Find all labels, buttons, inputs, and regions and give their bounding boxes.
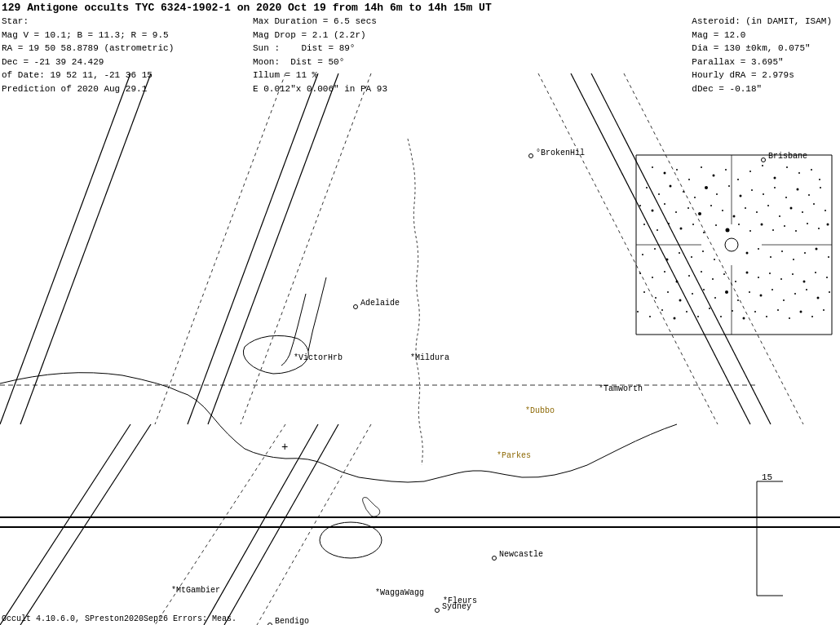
svg-point-60 — [639, 205, 641, 206]
svg-point-42 — [811, 169, 812, 171]
svg-point-147 — [829, 291, 830, 293]
svg-point-114 — [639, 273, 641, 274]
star-ra: RA = 19 50 58.8789 (astrometric) — [2, 42, 174, 55]
title-text: 129 Antigone occults TYC 6324-1902-1 on … — [2, 2, 492, 14]
svg-line-12 — [571, 73, 750, 424]
city-dot-adelaide — [353, 304, 358, 309]
svg-line-7 — [20, 424, 151, 625]
svg-point-71 — [767, 205, 769, 206]
svg-point-55 — [774, 187, 776, 188]
star-label: Star: — [2, 15, 174, 29]
svg-point-44 — [646, 187, 648, 188]
svg-point-49 — [705, 186, 708, 189]
svg-point-149 — [649, 316, 651, 317]
svg-point-108 — [770, 256, 771, 258]
svg-line-6 — [0, 424, 130, 625]
svg-point-121 — [723, 273, 725, 275]
svg-line-15 — [624, 73, 803, 424]
star-dec: Dec = -21 39 24.429 — [2, 55, 174, 69]
svg-point-61 — [652, 210, 654, 212]
city-label-brokenhill: °BrokenHil — [536, 148, 585, 157]
svg-point-150 — [661, 309, 663, 311]
svg-point-153 — [697, 316, 699, 317]
asteroid-header: Asteroid: (in DAMIT, ISAM) — [692, 15, 832, 29]
svg-point-100 — [654, 248, 656, 250]
city-label-sydney: Sydney — [442, 602, 471, 611]
svg-point-77 — [643, 224, 645, 225]
svg-point-67 — [722, 210, 723, 211]
svg-point-33 — [701, 166, 702, 168]
svg-point-52 — [740, 195, 742, 197]
svg-point-35 — [725, 169, 727, 171]
svg-point-144 — [794, 293, 796, 295]
svg-point-120 — [712, 278, 714, 280]
svg-point-103 — [691, 256, 692, 258]
svg-point-123 — [746, 272, 749, 274]
svg-point-109 — [781, 250, 783, 252]
svg-point-50 — [716, 193, 718, 195]
svg-point-164 — [823, 309, 825, 311]
svg-text:15: 15 — [762, 472, 772, 482]
svg-point-118 — [688, 275, 690, 277]
svg-point-140 — [749, 291, 750, 293]
svg-point-70 — [756, 211, 758, 213]
city-label-newcastle: Newcastle — [499, 550, 543, 559]
svg-point-137 — [714, 297, 716, 299]
svg-point-32 — [688, 179, 690, 180]
city-label-bendigo: Bendigo — [275, 617, 309, 625]
svg-point-156 — [732, 310, 733, 312]
svg-point-136 — [703, 289, 705, 290]
svg-point-117 — [676, 281, 679, 283]
svg-point-89 — [784, 225, 785, 227]
svg-point-31 — [676, 169, 678, 171]
svg-point-94 — [725, 238, 738, 251]
svg-point-85 — [738, 224, 740, 225]
svg-line-9 — [224, 424, 338, 625]
svg-point-57 — [797, 188, 799, 191]
svg-point-138 — [725, 290, 728, 294]
svg-point-63 — [675, 211, 677, 213]
svg-point-66 — [710, 205, 712, 206]
svg-point-53 — [751, 189, 753, 191]
svg-point-111 — [804, 252, 806, 254]
svg-point-112 — [816, 248, 818, 250]
map-svg: + 15 — [0, 73, 840, 625]
svg-point-39 — [774, 177, 776, 180]
svg-point-82 — [703, 232, 705, 233]
city-label-dubbo: *Dubbo — [525, 406, 555, 415]
svg-point-128 — [803, 281, 806, 283]
svg-point-87 — [761, 224, 763, 226]
svg-point-158 — [754, 311, 756, 312]
svg-point-54 — [763, 193, 764, 195]
svg-point-162 — [800, 311, 802, 313]
svg-point-91 — [807, 223, 808, 224]
svg-point-37 — [749, 171, 751, 172]
star-mag: Mag V = 10.1; B = 11.3; R = 9.5 — [2, 29, 174, 42]
city-dot-brokenhill — [528, 153, 533, 158]
svg-point-148 — [637, 311, 639, 312]
svg-point-127 — [792, 273, 794, 275]
svg-point-125 — [769, 273, 771, 274]
mag-drop: Mag Drop = 2.1 (2.2r) — [253, 29, 387, 42]
svg-point-106 — [746, 252, 749, 255]
svg-line-5 — [241, 73, 371, 424]
svg-point-160 — [777, 309, 779, 311]
svg-line-11 — [257, 424, 371, 625]
city-label-mtgambier: *MtGambier — [171, 586, 220, 595]
city-dot-sydney — [435, 608, 440, 613]
svg-point-30 — [664, 172, 666, 175]
svg-point-59 — [820, 187, 821, 188]
svg-line-2 — [188, 73, 318, 424]
svg-point-122 — [735, 281, 736, 282]
svg-line-13 — [591, 73, 771, 424]
svg-point-99 — [642, 254, 643, 255]
svg-point-124 — [758, 277, 759, 278]
map-canvas: + 15 — [0, 73, 840, 625]
svg-point-133 — [667, 291, 669, 293]
max-duration: Max Duration = 6.5 secs — [253, 15, 387, 29]
svg-point-40 — [786, 166, 788, 168]
sun-info: Sun : Dist = 89° — [253, 42, 387, 55]
svg-point-163 — [811, 316, 813, 317]
svg-point-115 — [652, 277, 653, 278]
svg-point-86 — [749, 230, 751, 232]
